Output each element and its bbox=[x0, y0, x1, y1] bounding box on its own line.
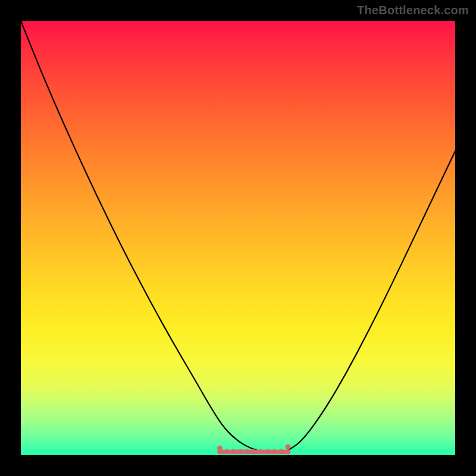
flat-segment-end-dot bbox=[217, 446, 223, 451]
flat-segment-dot bbox=[272, 449, 277, 454]
flat-segment bbox=[217, 444, 291, 455]
flat-segment-dot bbox=[258, 449, 263, 454]
flat-segment-end-dot bbox=[285, 444, 290, 450]
curve-svg bbox=[21, 21, 455, 455]
flat-segment-dot bbox=[251, 449, 256, 454]
plot-area bbox=[21, 21, 455, 455]
flat-segment-dot bbox=[245, 449, 249, 454]
curve-path bbox=[21, 21, 455, 453]
flat-segment-dot bbox=[265, 449, 270, 454]
flat-segment-dot bbox=[231, 449, 236, 454]
flat-segment-dot bbox=[238, 449, 243, 454]
chart-stage: TheBottleneck.com bbox=[0, 0, 476, 476]
flat-segment-dot bbox=[278, 449, 283, 454]
flat-segment-dot bbox=[224, 449, 229, 454]
watermark-text: TheBottleneck.com bbox=[357, 4, 469, 17]
flat-segment-dot bbox=[286, 449, 290, 454]
